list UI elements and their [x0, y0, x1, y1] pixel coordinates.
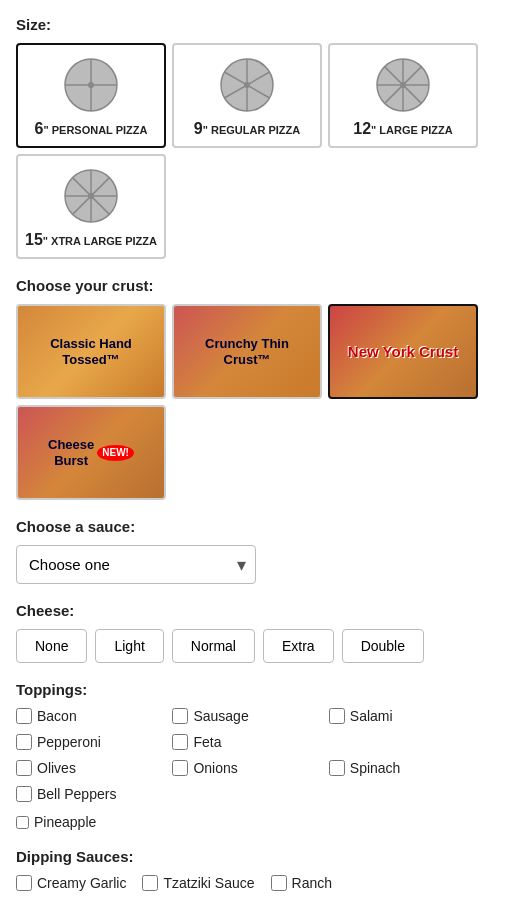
size-option-9[interactable]: 9" REGULAR PIZZA [172, 43, 322, 148]
topping-bacon-checkbox[interactable] [16, 708, 32, 724]
sauce-select-wrapper: Choose one Tomato Sauce BBQ Sauce Creamy… [16, 545, 256, 584]
dipping-ranch-checkbox[interactable] [271, 875, 287, 891]
topping-bell-peppers-label: Bell Peppers [37, 786, 116, 802]
crust-cheese-label: CheeseBurstNEW! [18, 407, 164, 498]
size-label: Size: [16, 16, 490, 33]
cheese-label: Cheese: [16, 602, 490, 619]
topping-olives[interactable]: Olives [16, 760, 172, 776]
dipping-tzatziki-checkbox[interactable] [142, 875, 158, 891]
topping-salami-checkbox[interactable] [329, 708, 345, 724]
size-15-label: 15" XTRA LARGE PIZZA [25, 230, 157, 249]
topping-onions-checkbox[interactable] [172, 760, 188, 776]
topping-pineapple[interactable]: Pineapple [16, 814, 490, 830]
topping-sausage[interactable]: Sausage [172, 708, 328, 724]
size-option-15[interactable]: 15" XTRA LARGE PIZZA [16, 154, 166, 259]
topping-bell-peppers[interactable]: Bell Peppers [16, 786, 329, 802]
cheese-none-button[interactable]: None [16, 629, 87, 663]
topping-pineapple-checkbox[interactable] [16, 816, 29, 829]
topping-olives-label: Olives [37, 760, 76, 776]
crust-grid: Classic HandTossed™ Crunchy ThinCrust™ N… [16, 304, 490, 500]
crust-section: Choose your crust: Classic HandTossed™ C… [16, 277, 490, 500]
topping-feta[interactable]: Feta [172, 734, 328, 750]
size-grid: 6" PERSONAL PIZZA 9" REGULAR PIZZA [16, 43, 490, 259]
pizza-4slice-icon [61, 55, 121, 115]
sauce-section: Choose a sauce: Choose one Tomato Sauce … [16, 518, 490, 584]
crust-classic-label: Classic HandTossed™ [18, 306, 164, 397]
crust-label: Choose your crust: [16, 277, 490, 294]
topping-feta-label: Feta [193, 734, 221, 750]
size-9-label: 9" REGULAR PIZZA [194, 119, 300, 138]
size-option-6[interactable]: 6" PERSONAL PIZZA [16, 43, 166, 148]
cheese-section: Cheese: None Light Normal Extra Double [16, 602, 490, 663]
dipping-ranch[interactable]: Ranch [271, 875, 332, 891]
toppings-grid: Bacon Sausage Salami Pepperoni Feta Oliv… [16, 708, 490, 830]
dipping-ranch-label: Ranch [292, 875, 332, 891]
cheese-options: None Light Normal Extra Double [16, 629, 490, 663]
topping-bacon[interactable]: Bacon [16, 708, 172, 724]
dipping-creamy-garlic-label: Creamy Garlic [37, 875, 126, 891]
crust-option-thin[interactable]: Crunchy ThinCrust™ [172, 304, 322, 399]
topping-bacon-label: Bacon [37, 708, 77, 724]
topping-bell-peppers-checkbox[interactable] [16, 786, 32, 802]
svg-point-3 [88, 82, 94, 88]
dipping-label: Dipping Sauces: [16, 848, 490, 865]
topping-onions[interactable]: Onions [172, 760, 328, 776]
crust-option-cheese[interactable]: CheeseBurstNEW! [16, 405, 166, 500]
dipping-creamy-garlic-checkbox[interactable] [16, 875, 32, 891]
crust-thin-label: Crunchy ThinCrust™ [174, 306, 320, 397]
topping-feta-checkbox[interactable] [172, 734, 188, 750]
dipping-grid: Creamy Garlic Tzatziki Sauce Ranch [16, 875, 490, 895]
cheese-normal-button[interactable]: Normal [172, 629, 255, 663]
topping-pineapple-label: Pineapple [34, 814, 96, 830]
svg-point-14 [400, 82, 406, 88]
toppings-section: Toppings: Bacon Sausage Salami Pepperoni… [16, 681, 490, 830]
size-12-label: 12" LARGE PIZZA [353, 119, 452, 138]
pizza-8slice-icon [373, 55, 433, 115]
size-option-12[interactable]: 12" LARGE PIZZA [328, 43, 478, 148]
size-section: Size: 6" PERSONAL PIZZA 9" REGULAR PIZZA [16, 16, 490, 259]
sauce-label: Choose a sauce: [16, 518, 490, 535]
crust-ny-label: New York Crust [330, 306, 476, 397]
cheese-extra-button[interactable]: Extra [263, 629, 334, 663]
crust-option-ny[interactable]: New York Crust [328, 304, 478, 399]
topping-sausage-checkbox[interactable] [172, 708, 188, 724]
topping-spinach-checkbox[interactable] [329, 760, 345, 776]
toppings-label: Toppings: [16, 681, 490, 698]
topping-sausage-label: Sausage [193, 708, 248, 724]
dipping-tzatziki[interactable]: Tzatziki Sauce [142, 875, 254, 891]
topping-pepperoni[interactable]: Pepperoni [16, 734, 172, 750]
new-badge: NEW! [97, 445, 134, 461]
svg-point-8 [244, 82, 250, 88]
cheese-double-button[interactable]: Double [342, 629, 424, 663]
cheese-light-button[interactable]: Light [95, 629, 163, 663]
topping-salami[interactable]: Salami [329, 708, 485, 724]
pizza-6slice-icon [217, 55, 277, 115]
dipping-tzatziki-label: Tzatziki Sauce [163, 875, 254, 891]
topping-salami-label: Salami [350, 708, 393, 724]
topping-onions-label: Onions [193, 760, 237, 776]
size-6-label: 6" PERSONAL PIZZA [35, 119, 148, 138]
sauce-select[interactable]: Choose one Tomato Sauce BBQ Sauce Creamy… [16, 545, 256, 584]
pizza-8slice-xl-icon [61, 166, 121, 226]
svg-point-20 [88, 193, 94, 199]
dipping-creamy-garlic[interactable]: Creamy Garlic [16, 875, 126, 891]
topping-pepperoni-label: Pepperoni [37, 734, 101, 750]
topping-spinach[interactable]: Spinach [329, 760, 485, 776]
topping-olives-checkbox[interactable] [16, 760, 32, 776]
topping-spinach-label: Spinach [350, 760, 401, 776]
crust-option-classic[interactable]: Classic HandTossed™ [16, 304, 166, 399]
dipping-section: Dipping Sauces: Creamy Garlic Tzatziki S… [16, 848, 490, 895]
topping-pepperoni-checkbox[interactable] [16, 734, 32, 750]
